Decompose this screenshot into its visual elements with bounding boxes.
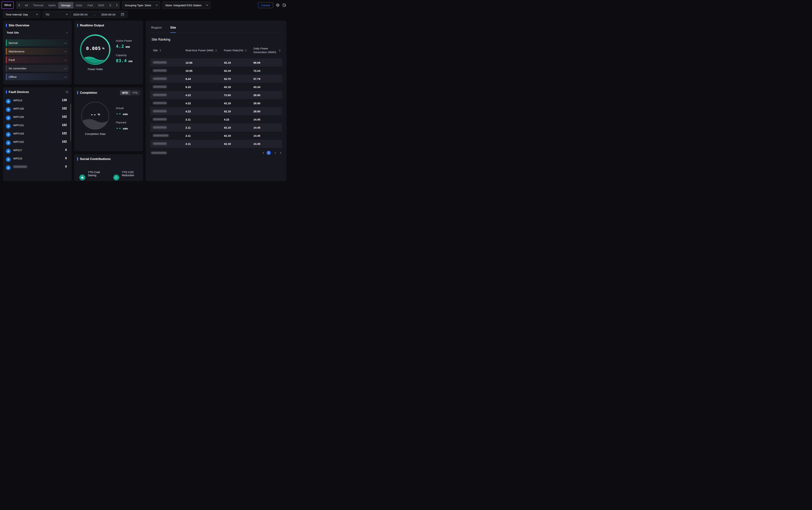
edit-note-icon[interactable] xyxy=(282,3,286,7)
calendar-icon[interactable] xyxy=(121,13,124,16)
card-accent-bar xyxy=(6,24,7,27)
tab-park[interactable]: Park xyxy=(85,2,96,8)
table-row[interactable]: 4.2242.1928.90 xyxy=(150,99,282,107)
page-2[interactable]: 2 xyxy=(273,151,277,155)
coal-saving-item: YTD Coal Saving xyxy=(79,171,103,180)
time-interval-value: Time Interval: Day xyxy=(5,13,28,16)
table-body: 12.6642.1986.69 10.5542.1972.24 8.4433.7… xyxy=(150,59,282,148)
tab-storage[interactable]: Storage xyxy=(58,2,73,8)
date-start[interactable]: 2024-05-24 xyxy=(73,13,87,16)
co2-cloud-icon xyxy=(113,175,119,180)
page-1[interactable]: 1 xyxy=(267,151,271,155)
device-name: WFF105 xyxy=(13,115,24,118)
time-interval-dropdown[interactable]: Time Interval: Day xyxy=(3,11,40,18)
chevron-down-icon xyxy=(156,4,158,6)
device-name: WFF100 xyxy=(13,107,24,110)
column-header-daily-generation[interactable]: Daily Power Generation (MWh) xyxy=(253,47,281,54)
category-tab-bar: All Thermal Hydro Storage Solar Park EMS… xyxy=(16,1,120,9)
capacity-unit: GW xyxy=(128,60,132,63)
card-accent-bar xyxy=(77,91,78,94)
status-row-offline[interactable]: Offline -- xyxy=(6,73,69,80)
sort-arrows-icon[interactable] xyxy=(279,49,281,52)
period-dropdown[interactable]: TD xyxy=(43,11,70,18)
status-row-no-connection[interactable]: No connection -- xyxy=(6,65,69,72)
date-range-arrow: → xyxy=(93,13,96,16)
completion-rate-value: -- xyxy=(90,112,96,117)
toggle-mtd[interactable]: MTD xyxy=(120,91,130,95)
gear-icon[interactable] xyxy=(276,3,280,7)
list-item[interactable]: 0 xyxy=(6,165,67,170)
table-row[interactable]: 2.1142.1914.45 xyxy=(150,131,282,140)
period-date-control: TD 2024-05-24 → 2024-05-24 xyxy=(43,11,127,18)
social-contributions-card: Social Contributions YTD Coal Saving xyxy=(74,154,143,181)
tab-thermal[interactable]: Thermal xyxy=(30,2,46,8)
tab-solar[interactable]: Solar xyxy=(73,2,85,8)
list-item[interactable]: WFF100102 xyxy=(6,107,67,112)
redacted-site-name xyxy=(153,78,167,80)
table-row[interactable]: 4.2242.1928.90 xyxy=(150,107,282,115)
status-label: Maintenance xyxy=(9,50,25,53)
grouping-type-dropdown[interactable]: Grouping Type: Store xyxy=(122,1,160,9)
power-ratio-unit: % xyxy=(102,47,104,50)
table-row[interactable]: 2.1142.1914.45 xyxy=(150,140,282,148)
sort-arrows-icon[interactable] xyxy=(245,49,246,52)
status-value: -- xyxy=(65,50,66,53)
page-next-icon[interactable] xyxy=(280,152,281,153)
column-header-site[interactable]: Site xyxy=(153,49,184,52)
status-value: -- xyxy=(65,58,66,61)
tab-ems[interactable]: EMS xyxy=(96,2,107,8)
status-row-maintenance[interactable]: Maintenance -- xyxy=(6,48,69,55)
device-value: 102 xyxy=(62,107,67,110)
column-header-realtime-power[interactable]: Real-time Power (MW) xyxy=(185,49,222,52)
power-ratio-label: Power Ratio xyxy=(88,67,103,71)
toggle-ytd[interactable]: YTD xyxy=(130,91,140,95)
status-row-fault[interactable]: Fault -- xyxy=(6,56,69,63)
list-item[interactable]: WF013139 xyxy=(6,98,67,104)
tab-all[interactable]: All xyxy=(22,2,30,8)
sort-descending-icon[interactable] xyxy=(65,90,69,94)
table-row[interactable]: 8.4433.7557.79 xyxy=(150,75,282,83)
control-button[interactable]: Control xyxy=(258,2,273,8)
date-range-picker[interactable]: 2024-05-24 → 2024-05-24 xyxy=(70,11,127,18)
status-label: Normal xyxy=(9,41,18,44)
tab-hydro[interactable]: Hydro xyxy=(46,2,58,8)
tab-region[interactable]: Region xyxy=(151,26,162,33)
wind-turbine-icon xyxy=(6,141,11,145)
sort-arrows-icon[interactable] xyxy=(215,49,217,52)
table-footer: 1 2 xyxy=(150,151,282,155)
actual-label: Actual xyxy=(116,107,128,110)
table-row[interactable]: 12.6642.1986.69 xyxy=(150,59,282,67)
planned-value: -- xyxy=(116,126,121,130)
list-item[interactable]: WFF105102 xyxy=(6,115,67,120)
status-row-normal[interactable]: Normal -- xyxy=(6,39,69,46)
chevron-left-icon[interactable] xyxy=(17,4,22,6)
chevron-right-icon[interactable] xyxy=(114,4,119,6)
wind-button[interactable]: Wind xyxy=(1,1,13,9)
redacted-site-name xyxy=(153,110,167,112)
planned-unit: kWh xyxy=(123,127,128,130)
list-item[interactable]: WF0170 xyxy=(6,148,67,153)
tab-site[interactable]: Site xyxy=(170,26,176,33)
table-row[interactable]: 2.1142.1914.45 xyxy=(150,123,282,131)
site-overview-card: Site Overview Total Site -- Normal -- Ma… xyxy=(3,21,71,84)
list-item[interactable]: WF0150 xyxy=(6,156,67,162)
list-item[interactable]: WFF101102 xyxy=(6,123,67,129)
fault-devices-title: Fault Devices xyxy=(9,90,29,94)
list-item[interactable]: WFF102102 xyxy=(6,140,67,145)
date-end[interactable]: 2024-05-24 xyxy=(101,13,116,16)
store-dropdown[interactable]: Store: Integrated ESS Station xyxy=(163,1,210,9)
grouping-type-value: Grouping Type: Store xyxy=(125,4,151,7)
redacted-site-name xyxy=(153,61,167,64)
table-row[interactable]: 4.2273.5028.90 xyxy=(150,91,282,99)
scrollbar[interactable] xyxy=(70,104,71,141)
list-item[interactable]: WFF103102 xyxy=(6,131,67,137)
page-prev-icon[interactable] xyxy=(263,152,264,153)
column-header-power-ratio[interactable]: Power Ratio(%) xyxy=(224,49,252,52)
fault-devices-card: Fault Devices xyxy=(3,87,71,181)
sort-arrows-icon[interactable] xyxy=(160,49,161,52)
table-row[interactable]: 10.5542.1972.24 xyxy=(150,67,282,75)
table-row[interactable]: 6.3342.1943.34 xyxy=(150,83,282,91)
table-row[interactable]: 2.114.2214.45 xyxy=(150,115,282,123)
tab-truncated[interactable]: E xyxy=(107,2,114,8)
device-name: WF013 xyxy=(13,99,22,102)
